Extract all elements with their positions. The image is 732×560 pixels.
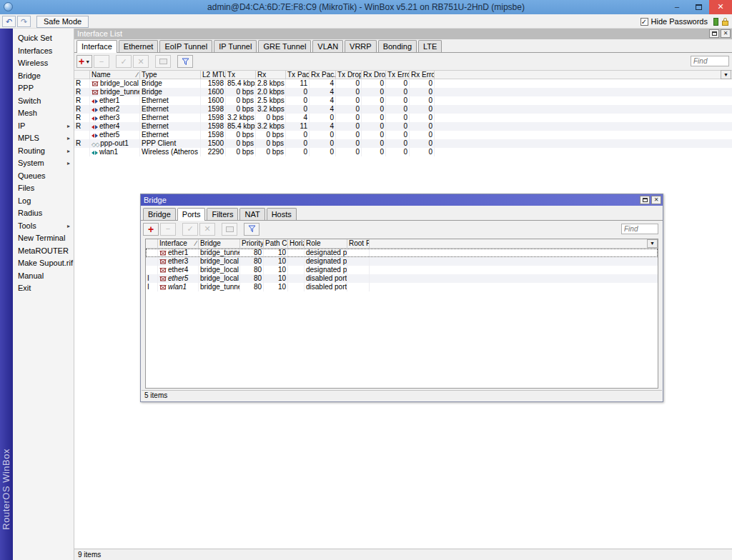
sidebar-item-manual[interactable]: Manual [13,270,74,283]
interface-list-tab-vrrp[interactable]: VRRP [345,40,377,52]
interface-row[interactable]: Rbridge_tunnelBridge16000 bps2.0 kbps040… [74,88,732,96]
sidebar-item-ip[interactable]: IP▸ [13,120,74,133]
remove-button[interactable]: − [94,55,109,68]
redo-button[interactable]: ↷ [17,16,31,27]
sidebar-item-bridge[interactable]: Bridge [13,70,74,83]
sidebar-item-queues[interactable]: Queues [13,170,74,183]
sidebar-item-exit[interactable]: Exit [13,282,74,295]
interface-list-tab-ip-tunnel[interactable]: IP Tunnel [214,40,257,52]
bridge-close-button[interactable]: ✕ [651,196,661,204]
interface-list-titlebar[interactable]: Interface List ✕ [74,29,732,39]
column-header-rx-pac-[interactable]: Rx Pac... [310,71,336,79]
row-filler [435,114,732,122]
interface-cell: wlan1 [158,283,199,291]
column-header-rx-errors[interactable]: Rx Errors [410,71,435,79]
interface-row[interactable]: Rbridge_localBridge159885.4 kbps2.8 kbps… [74,79,732,88]
column-header-rx-drops[interactable]: Rx Drops [362,71,386,79]
interface-row[interactable]: R◇◇ppp-out1PPP Client15000 bps0 bps00000… [74,139,732,148]
column-header-interface[interactable]: Interface∕ [158,239,199,248]
comment-button[interactable] [155,55,171,68]
interface-row[interactable]: ether5Ethernet15980 bps0 bps000000 [74,131,732,139]
bridge-port-row[interactable]: Iether5bridge_local8010disabled port [146,274,658,283]
bridge-add-button[interactable]: + [143,223,159,236]
interface-list-tab-eoip-tunnel[interactable]: EoIP Tunnel [159,40,212,52]
column-header-l2-mtu[interactable]: L2 MTU [201,71,226,79]
interface-row[interactable]: Rether1Ethernet16000 bps2.5 kbps040000 [74,96,732,105]
column-select-dropdown[interactable]: ▼ [721,70,731,79]
column-header-name[interactable]: Name∕ [90,71,140,79]
column-header-flag[interactable] [74,71,90,79]
bridge-disable-button[interactable]: ✕ [199,223,215,236]
close-window-button[interactable]: ✕ [721,29,731,38]
sidebar-item-make-supout-rif[interactable]: Make Supout.rif [13,257,74,270]
bridge-comment-button[interactable] [222,223,237,236]
close-button[interactable]: ✕ [709,0,732,14]
bridge-port-row[interactable]: Iwlan1bridge_tunnel8010disabled port [146,283,658,291]
bridge-port-row[interactable]: ether4bridge_local8010designated port [146,266,658,274]
bridge-tab-hosts[interactable]: Hosts [267,208,297,220]
interface-row[interactable]: Rether3Ethernet15983.2 kbps0 bps400000 [74,114,732,122]
interface-row[interactable]: Rether4Ethernet159885.4 kbps3.2 kbps1140… [74,122,732,131]
sidebar-item-system[interactable]: System▸ [13,157,74,170]
column-header-role[interactable]: Role [305,239,347,248]
interface-row[interactable]: wlan1Wireless (Atheros 11N)22900 bps0 bp… [74,148,732,156]
column-header-path-cost[interactable]: Path Cost [264,239,288,248]
interface-list-tab-bonding[interactable]: Bonding [378,40,417,52]
interface-list-tab-ethernet[interactable]: Ethernet [119,40,159,52]
sidebar-item-files[interactable]: Files [13,182,74,195]
undo-button[interactable]: ↶ [2,16,16,27]
sidebar-item-mesh[interactable]: Mesh [13,107,74,120]
interface-list-tab-gre-tunnel[interactable]: GRE Tunnel [258,40,311,52]
sidebar-item-switch[interactable]: Switch [13,95,74,108]
bridge-titlebar[interactable]: Bridge ✕ [141,194,663,206]
column-header-tx[interactable]: Tx [226,71,256,79]
interface-list-tab-lte[interactable]: LTE [418,40,442,52]
sidebar-item-tools[interactable]: Tools▸ [13,220,74,233]
column-header-priority-h-[interactable]: Priority (h... [240,239,264,248]
bridge-remove-button[interactable]: − [160,223,176,236]
disable-button[interactable]: ✕ [133,55,149,68]
filter-button[interactable] [177,55,193,68]
sidebar-item-ppp[interactable]: PPP [13,82,74,95]
bridge-shade-button[interactable] [640,196,650,204]
sidebar-item-routing[interactable]: Routing▸ [13,145,74,158]
bridge-tab-bridge[interactable]: Bridge [143,208,176,220]
bridge-tab-filters[interactable]: Filters [207,208,238,220]
hide-passwords-checkbox[interactable]: ✓ [640,18,648,26]
restore-button[interactable] [688,0,709,14]
bridge-tab-nat[interactable]: NAT [239,208,264,220]
bridge-tab-ports[interactable]: Ports [177,208,206,221]
column-header-tx-drops[interactable]: Tx Drops [336,71,362,79]
interface-row[interactable]: Rether2Ethernet15980 bps3.2 kbps040000 [74,105,732,114]
column-header-type[interactable]: Type [140,71,201,79]
column-header-bridge[interactable]: Bridge [199,239,240,248]
column-header-root-pat-[interactable]: Root Pat... [347,239,370,248]
sidebar-item-new-terminal[interactable]: New Terminal [13,232,74,245]
sidebar-item-wireless[interactable]: Wireless [13,57,74,70]
bridge-enable-button[interactable]: ✓ [182,223,198,236]
minimize-button[interactable]: – [666,0,688,14]
column-header-tx-pac-[interactable]: Tx Pac... [286,71,310,79]
column-header-tx-errors[interactable]: Tx Errors [386,71,410,79]
enable-button[interactable]: ✓ [116,55,132,68]
sidebar-item-quick-set[interactable]: Quick Set [13,32,74,45]
bridge-filter-button[interactable] [244,223,259,236]
bridge-port-row[interactable]: ether3bridge_local8010designated port [146,257,658,266]
column-header-horizon[interactable]: Horizon [288,239,305,248]
add-button[interactable]: +▼ [76,55,92,68]
sidebar-item-interfaces[interactable]: Interfaces [13,45,74,58]
sidebar-item-mpls[interactable]: MPLS▸ [13,132,74,145]
sidebar-item-radius[interactable]: Radius [13,207,74,220]
bridge-find-input[interactable] [621,224,658,234]
bridge-column-select-dropdown[interactable]: ▼ [647,239,658,248]
interface-list-tab-interface[interactable]: Interface [76,40,117,53]
shade-window-button[interactable] [709,29,719,38]
column-header-rx[interactable]: Rx [256,71,286,79]
find-input[interactable] [691,56,729,66]
sidebar-item-log[interactable]: Log [13,195,74,208]
bridge-port-row[interactable]: ether1bridge_tunnel8010designated port [146,249,658,257]
interface-list-tab-vlan[interactable]: VLAN [312,40,343,52]
column-header-flag[interactable] [146,239,158,248]
sidebar-item-metarouter[interactable]: MetaROUTER [13,245,74,258]
safe-mode-button[interactable]: Safe Mode [36,16,89,28]
